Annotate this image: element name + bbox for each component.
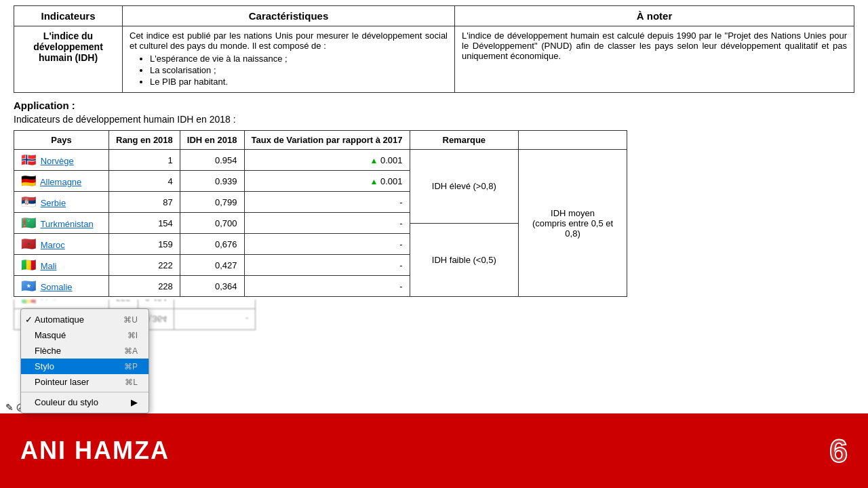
- menu-label-pointeur: Pointeur laser: [35, 377, 89, 387]
- menu-shortcut-automatique: ⌘U: [123, 315, 138, 325]
- country-link[interactable]: Maroc: [41, 240, 65, 250]
- rank-cell: 1: [109, 150, 180, 171]
- idh-value-cell: 0,427: [180, 255, 244, 276]
- remarque-header: Remarque: [410, 131, 519, 150]
- bullet-list: L'espérance de vie à la naissance ; La s…: [130, 54, 448, 87]
- menu-item-pointeur[interactable]: Pointeur laser ⌘L: [21, 374, 149, 390]
- country-cell: 🇳🇴 Norvège: [14, 150, 109, 171]
- country-link[interactable]: Allemagne: [40, 177, 81, 187]
- country-cell: 🇩🇪 Allemagne: [14, 171, 109, 192]
- idh-header-variation: Taux de Variation par rapport à 2017: [244, 131, 410, 150]
- country-cell: 🇲🇦 Maroc: [14, 234, 109, 255]
- menu-shortcut-masque: ⌘I: [127, 331, 138, 340]
- rank-cell: 222: [109, 255, 180, 276]
- idh-value-cell: 0,676: [180, 234, 244, 255]
- variation-cell: -: [244, 213, 410, 234]
- menu-label-stylo: Stylo: [35, 361, 54, 371]
- application-title: Application :: [14, 100, 854, 111]
- flag-icon: 🇲🇱: [21, 258, 36, 272]
- menu-shortcut-stylo: ⌘P: [124, 362, 138, 371]
- menu-item-couleur[interactable]: Couleur du stylo ▶: [21, 394, 149, 410]
- variation-cell: -: [244, 276, 410, 297]
- country-link[interactable]: Somalie: [41, 282, 73, 292]
- flag-icon: 🇩🇪: [21, 174, 36, 188]
- bottom-bar: ANI HAMZA 6: [0, 413, 868, 488]
- bullet-item-1: L'espérance de vie à la naissance ;: [150, 54, 448, 64]
- remarque-cell-3: IDH faible (<0,5): [410, 223, 519, 297]
- table-row: 🇹🇲 Turkménistan 154 0,700 -: [14, 213, 410, 234]
- country-cell: 🇸🇴 Somalie: [14, 276, 109, 297]
- variation-value: 0.001: [380, 176, 403, 186]
- country-cell: 🇹🇲 Turkménistan: [14, 213, 109, 234]
- rank-cell: 4: [109, 171, 180, 192]
- menu-item-fleche[interactable]: Flèche ⌘A: [21, 343, 149, 359]
- variation-value: 0.001: [380, 155, 403, 165]
- caracteristiques-cell: Cet indice est publié par les nations Un…: [123, 26, 455, 93]
- caract-intro: Cet indice est publié par les nations Un…: [130, 30, 448, 51]
- idh-header-idh: IDH en 2018: [180, 131, 244, 150]
- idh-value-cell: 0.939: [180, 171, 244, 192]
- variation-cell: ▲ 0.001: [244, 171, 410, 192]
- variation-cell: -: [244, 192, 410, 213]
- bullet-item-2: La scolarisation ;: [150, 65, 448, 75]
- slide-number: 6: [829, 432, 848, 470]
- idh-header-pays: Pays: [14, 131, 109, 150]
- idh-header-rang: Rang en 2018: [109, 131, 180, 150]
- up-arrow-icon: ▲: [370, 156, 378, 165]
- variation-cell: ▲ 0.001: [244, 150, 410, 171]
- variation-cell: -: [244, 234, 410, 255]
- idh-value-cell: 0,799: [180, 192, 244, 213]
- menu-separator: [21, 392, 149, 392]
- table-row: 🇸🇴 Somalie 228 0,364 -: [14, 276, 410, 297]
- menu-item-masque[interactable]: Masqué ⌘I: [21, 327, 149, 343]
- up-arrow-icon: ▲: [370, 177, 378, 186]
- info-table: Indicateurs Caractéristiques À noter L'i…: [14, 5, 854, 93]
- table-row: 🇲🇦 Maroc 159 0,676 -: [14, 234, 410, 255]
- menu-item-automatique[interactable]: Automatique ⌘U: [21, 312, 149, 327]
- menu-item-stylo[interactable]: Stylo ⌘P: [21, 359, 149, 374]
- country-link[interactable]: Mali: [41, 261, 57, 271]
- flag-icon: 🇳🇴: [21, 153, 36, 167]
- menu-label-fleche: Flèche: [35, 346, 61, 356]
- idh-value-cell: 0.954: [180, 150, 244, 171]
- country-cell: 🇲🇱 Mali: [14, 255, 109, 276]
- variation-cell: -: [244, 255, 410, 276]
- a-noter-cell: L'indice de développement humain est cal…: [455, 26, 854, 93]
- col-header-caracteristiques: Caractéristiques: [123, 6, 455, 26]
- application-subtitle: Indicateurs de développement humain IDH …: [14, 114, 854, 125]
- country-link[interactable]: Turkménistan: [40, 219, 93, 229]
- table-row: 🇲🇱 Mali 222 0,427 -: [14, 255, 410, 276]
- context-menu: Automatique ⌘U Masqué ⌘I Flèche ⌘A Stylo…: [20, 308, 149, 413]
- rank-cell: 159: [109, 234, 180, 255]
- menu-shortcut-fleche: ⌘A: [124, 346, 138, 356]
- rank-cell: 228: [109, 276, 180, 297]
- menu-label-couleur: Couleur du stylo: [35, 397, 98, 407]
- menu-shortcut-pointeur: ⌘L: [125, 378, 138, 387]
- remarque-cell-2: IDH moyen(compris entre 0,5 et0,8): [519, 150, 627, 297]
- pen-cursor-icon: ✎: [5, 402, 14, 413]
- flag-icon: 🇲🇦: [21, 237, 36, 251]
- flag-icon: 🇹🇲: [21, 216, 36, 230]
- remarque-cell-1: IDH élevé (>0,8): [410, 150, 519, 224]
- flag-icon: 🇸🇴: [21, 279, 36, 293]
- presenter-name: ANI HAMZA: [20, 436, 170, 465]
- col-header-indicateurs: Indicateurs: [14, 6, 123, 26]
- indicator-cell: L'indice du développement humain (IDH): [14, 26, 123, 93]
- idh-value-cell: 0,364: [180, 276, 244, 297]
- country-link[interactable]: Norvège: [41, 156, 74, 166]
- idh-table-container: Pays Rang en 2018 IDH en 2018 Taux de Va…: [14, 130, 854, 297]
- submenu-arrow-icon: ▶: [131, 397, 138, 407]
- idh-main-table: Pays Rang en 2018 IDH en 2018 Taux de Va…: [14, 130, 410, 297]
- rank-cell: 154: [109, 213, 180, 234]
- table-row: 🇳🇴 Norvège 1 0.954 ▲ 0.001: [14, 150, 410, 171]
- menu-label-masque: Masqué: [35, 330, 66, 340]
- idh-value-cell: 0,700: [180, 213, 244, 234]
- reflected-row: 🇲🇱 Mali 555 0,494 -: [14, 300, 256, 309]
- table-row: 🇷🇸 Serbie 87 0,799 -: [14, 192, 410, 213]
- country-cell: 🇷🇸 Serbie: [14, 192, 109, 213]
- country-link[interactable]: Serbie: [41, 198, 66, 208]
- table-row: 🇩🇪 Allemagne 4 0.939 ▲ 0.001: [14, 171, 410, 192]
- remarque-table: Remarque IDH élevé (>0,8) IDH moyen(comp…: [410, 130, 628, 297]
- bullet-item-3: Le PIB par habitant.: [150, 77, 448, 87]
- menu-label-automatique: Automatique: [35, 314, 84, 325]
